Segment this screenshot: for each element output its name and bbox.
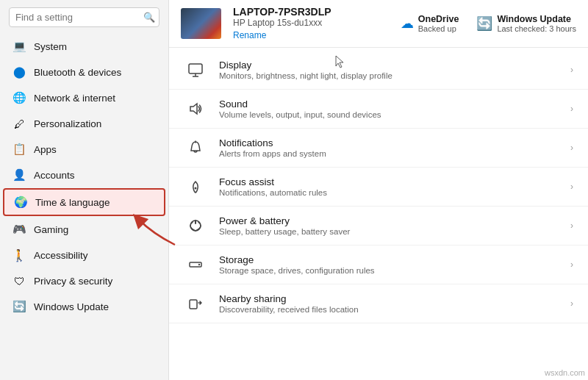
sidebar-item-privacy[interactable]: 🛡 Privacy & security	[3, 268, 165, 293]
accounts-icon: 👤	[12, 168, 26, 182]
top-bar-status: ☁ OneDrive Backed up 🔄 Windows Update La…	[401, 14, 576, 33]
search-bar[interactable]: 🔍	[9, 7, 159, 27]
watermark: wsxdn.com	[545, 368, 585, 377]
nearby-arrow: ›	[570, 298, 573, 309]
settings-item-power[interactable]: Power & battery Sleep, battery usage, ba…	[169, 207, 588, 245]
storage-title: Storage	[219, 254, 559, 265]
display-arrow: ›	[570, 65, 573, 75]
sidebar: 🔍 💻 System ⬤ Bluetooth & devices 🌐 Netwo…	[0, 0, 169, 380]
device-top-bar: LAPTOP-7PSR3DLP HP Laptop 15s-du1xxx Ren…	[169, 0, 588, 48]
sidebar-item-label: Accounts	[34, 170, 75, 181]
notifications-desc: Alerts from apps and system	[219, 149, 559, 158]
onedrive-sub: Backed up	[418, 24, 459, 33]
sidebar-item-accounts[interactable]: 👤 Accounts	[3, 162, 165, 187]
sidebar-item-network[interactable]: 🌐 Network & internet	[3, 85, 165, 110]
notifications-icon	[184, 136, 207, 159]
svg-point-9	[198, 264, 200, 265]
sidebar-item-label: Time & language	[35, 197, 110, 208]
sound-arrow: ›	[570, 104, 573, 114]
sidebar-item-windows-update[interactable]: 🔄 Windows Update	[3, 294, 165, 319]
sidebar-item-label: Accessibility	[34, 250, 88, 261]
sidebar-item-label: Bluetooth & devices	[34, 67, 121, 78]
onedrive-info: OneDrive Backed up	[418, 14, 459, 33]
device-model: HP Laptop 15s-du1xxx	[233, 18, 331, 28]
nearby-icon	[184, 292, 207, 315]
settings-item-storage[interactable]: Storage Storage space, drives, configura…	[169, 245, 588, 284]
sidebar-item-system[interactable]: 💻 System	[3, 34, 165, 59]
sidebar-item-bluetooth[interactable]: ⬤ Bluetooth & devices	[3, 60, 165, 85]
update-label: Windows Update	[497, 14, 576, 24]
display-text: Display Monitors, brightness, night ligh…	[219, 60, 559, 80]
power-text: Power & battery Sleep, battery usage, ba…	[219, 215, 559, 236]
nearby-text: Nearby sharing Discoverability, received…	[219, 293, 559, 314]
update-info: Windows Update Last checked: 3 hours	[497, 14, 576, 33]
storage-icon	[184, 253, 207, 276]
sidebar-item-label: Personalization	[34, 118, 101, 129]
main-content: LAPTOP-7PSR3DLP HP Laptop 15s-du1xxx Ren…	[169, 0, 588, 380]
bluetooth-icon: ⬤	[12, 65, 26, 79]
sidebar-item-personalization[interactable]: 🖊 Personalization	[3, 111, 165, 136]
focus-arrow: ›	[570, 182, 573, 192]
personalization-icon: 🖊	[12, 116, 26, 131]
notifications-text: Notifications Alerts from apps and syste…	[219, 137, 559, 158]
search-icon: 🔍	[143, 12, 155, 23]
apps-icon: 📋	[12, 142, 26, 157]
display-desc: Monitors, brightness, night light, displ…	[219, 71, 559, 80]
svg-point-5	[195, 187, 197, 190]
sidebar-item-gaming[interactable]: 🎮 Gaming	[3, 217, 165, 242]
sound-title: Sound	[219, 98, 559, 110]
time-language-icon: 🌍	[13, 195, 28, 209]
network-icon: 🌐	[12, 90, 26, 105]
focus-icon	[184, 175, 207, 198]
sound-icon	[184, 97, 207, 121]
focus-text: Focus assist Notifications, automatic ru…	[219, 176, 559, 197]
sidebar-item-label: Windows Update	[34, 301, 109, 312]
device-thumbnail	[181, 8, 221, 39]
sound-text: Sound Volume levels, output, input, soun…	[219, 98, 559, 119]
rename-link[interactable]: Rename	[233, 30, 266, 40]
notifications-arrow: ›	[570, 143, 573, 153]
onedrive-status: ☁ OneDrive Backed up	[401, 14, 459, 33]
settings-item-display[interactable]: Display Monitors, brightness, night ligh…	[169, 51, 588, 90]
accessibility-icon: 🚶	[12, 248, 26, 262]
update-icon: 🔄	[476, 15, 492, 32]
settings-item-sound[interactable]: Sound Volume levels, output, input, soun…	[169, 90, 588, 129]
settings-item-focus[interactable]: Focus assist Notifications, automatic ru…	[169, 168, 588, 207]
svg-rect-10	[190, 300, 197, 309]
search-input[interactable]	[15, 12, 139, 23]
settings-item-nearby[interactable]: Nearby sharing Discoverability, received…	[169, 284, 588, 323]
power-title: Power & battery	[219, 215, 559, 226]
update-sub: Last checked: 3 hours	[497, 24, 576, 33]
sidebar-item-label: Privacy & security	[34, 276, 112, 287]
storage-arrow: ›	[570, 259, 573, 270]
storage-text: Storage Storage space, drives, configura…	[219, 254, 559, 275]
sidebar-item-label: Apps	[34, 144, 57, 155]
focus-desc: Notifications, automatic rules	[219, 188, 559, 197]
power-icon	[184, 214, 207, 237]
display-title: Display	[219, 60, 559, 71]
device-name: LAPTOP-7PSR3DLP	[233, 6, 331, 18]
notifications-title: Notifications	[219, 137, 559, 148]
windows-update-icon: 🔄	[12, 299, 26, 314]
onedrive-icon: ☁	[401, 15, 414, 32]
sidebar-item-label: Gaming	[34, 224, 68, 235]
sidebar-item-label: System	[34, 41, 67, 52]
sidebar-item-label: Network & internet	[34, 93, 115, 104]
system-icon: 💻	[12, 39, 26, 54]
settings-item-notifications[interactable]: Notifications Alerts from apps and syste…	[169, 129, 588, 168]
power-arrow: ›	[570, 221, 573, 231]
privacy-icon: 🛡	[12, 273, 26, 288]
focus-title: Focus assist	[219, 176, 559, 187]
sidebar-item-time-language[interactable]: 🌍 Time & language	[3, 188, 165, 216]
sound-desc: Volume levels, output, input, sound devi…	[219, 110, 559, 119]
sidebar-item-accessibility[interactable]: 🚶 Accessibility	[3, 243, 165, 268]
svg-marker-3	[190, 104, 197, 114]
svg-rect-0	[189, 64, 202, 74]
onedrive-label: OneDrive	[418, 14, 459, 24]
power-desc: Sleep, battery usage, battery saver	[219, 227, 559, 236]
sidebar-item-apps[interactable]: 📋 Apps	[3, 137, 165, 162]
windows-update-status: 🔄 Windows Update Last checked: 3 hours	[476, 14, 576, 33]
display-icon	[184, 58, 207, 82]
settings-list: Display Monitors, brightness, night ligh…	[169, 48, 588, 326]
nearby-title: Nearby sharing	[219, 293, 559, 304]
